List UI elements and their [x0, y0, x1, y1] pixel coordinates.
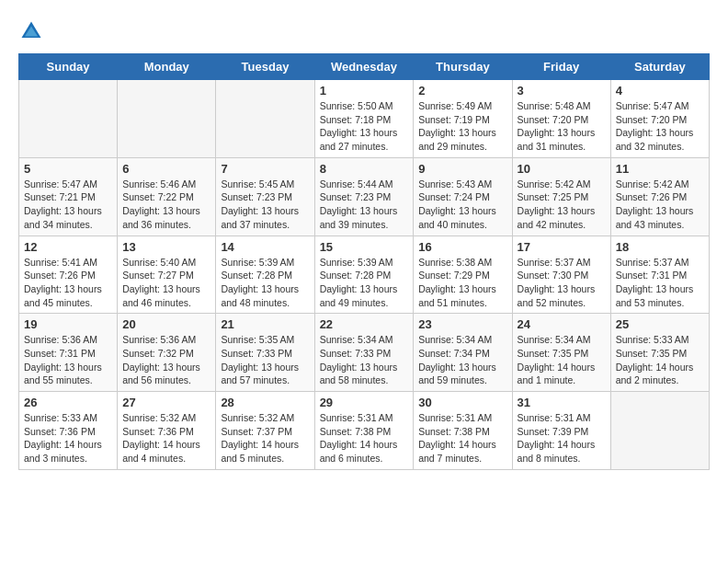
- day-number: 28: [221, 396, 309, 409]
- calendar-cell: [610, 392, 709, 470]
- calendar-cell: 3Sunrise: 5:48 AM Sunset: 7:20 PM Daylig…: [512, 80, 610, 158]
- day-info: Sunrise: 5:43 AM Sunset: 7:24 PM Dayligh…: [418, 178, 506, 232]
- calendar-cell: 28Sunrise: 5:32 AM Sunset: 7:37 PM Dayli…: [216, 392, 314, 470]
- day-info: Sunrise: 5:34 AM Sunset: 7:33 PM Dayligh…: [320, 333, 409, 387]
- day-number: 30: [418, 396, 506, 409]
- logo-icon: [18, 18, 44, 44]
- calendar-cell: 31Sunrise: 5:31 AM Sunset: 7:39 PM Dayli…: [512, 392, 610, 470]
- calendar-cell: 27Sunrise: 5:32 AM Sunset: 7:36 PM Dayli…: [118, 392, 216, 470]
- day-number: 15: [320, 240, 409, 254]
- day-info: Sunrise: 5:37 AM Sunset: 7:30 PM Dayligh…: [518, 256, 606, 310]
- day-number: 1: [320, 84, 409, 98]
- day-number: 20: [122, 317, 210, 331]
- day-info: Sunrise: 5:36 AM Sunset: 7:32 PM Dayligh…: [122, 333, 210, 387]
- day-number: 2: [418, 84, 506, 98]
- day-info: Sunrise: 5:32 AM Sunset: 7:36 PM Dayligh…: [122, 411, 210, 465]
- calendar-cell: 20Sunrise: 5:36 AM Sunset: 7:32 PM Dayli…: [118, 314, 216, 392]
- day-info: Sunrise: 5:48 AM Sunset: 7:20 PM Dayligh…: [518, 99, 606, 154]
- day-number: 16: [418, 240, 506, 254]
- calendar-cell: 21Sunrise: 5:35 AM Sunset: 7:33 PM Dayli…: [216, 314, 314, 392]
- calendar-cell: 5Sunrise: 5:47 AM Sunset: 7:21 PM Daylig…: [19, 157, 118, 236]
- calendar-cell: 6Sunrise: 5:46 AM Sunset: 7:22 PM Daylig…: [118, 157, 216, 236]
- day-number: 10: [518, 162, 606, 176]
- calendar-cell: [216, 80, 314, 158]
- calendar-cell: 17Sunrise: 5:37 AM Sunset: 7:30 PM Dayli…: [512, 236, 610, 314]
- calendar-cell: 18Sunrise: 5:37 AM Sunset: 7:31 PM Dayli…: [610, 236, 709, 314]
- day-number: 14: [221, 240, 309, 254]
- day-number: 29: [320, 396, 409, 409]
- day-info: Sunrise: 5:42 AM Sunset: 7:25 PM Dayligh…: [518, 178, 606, 232]
- calendar-table: SundayMondayTuesdayWednesdayThursdayFrid…: [18, 53, 710, 470]
- page-header: [18, 18, 710, 44]
- day-number: 9: [418, 162, 506, 176]
- calendar-cell: 13Sunrise: 5:40 AM Sunset: 7:27 PM Dayli…: [118, 236, 216, 314]
- calendar-cell: 15Sunrise: 5:39 AM Sunset: 7:28 PM Dayli…: [314, 236, 414, 314]
- weekday-header-wednesday: Wednesday: [314, 54, 414, 80]
- day-info: Sunrise: 5:33 AM Sunset: 7:35 PM Dayligh…: [616, 333, 704, 387]
- day-number: 8: [320, 162, 409, 176]
- calendar-cell: 8Sunrise: 5:44 AM Sunset: 7:23 PM Daylig…: [314, 157, 414, 236]
- day-number: 22: [320, 317, 409, 331]
- day-info: Sunrise: 5:47 AM Sunset: 7:20 PM Dayligh…: [616, 99, 704, 154]
- day-info: Sunrise: 5:45 AM Sunset: 7:23 PM Dayligh…: [221, 178, 309, 232]
- calendar-cell: 1Sunrise: 5:50 AM Sunset: 7:18 PM Daylig…: [314, 80, 414, 158]
- calendar-cell: 25Sunrise: 5:33 AM Sunset: 7:35 PM Dayli…: [610, 314, 709, 392]
- day-number: 18: [616, 240, 704, 254]
- day-number: 3: [518, 84, 606, 98]
- day-info: Sunrise: 5:35 AM Sunset: 7:33 PM Dayligh…: [221, 333, 309, 387]
- day-number: 23: [418, 317, 506, 331]
- calendar-cell: 4Sunrise: 5:47 AM Sunset: 7:20 PM Daylig…: [610, 80, 709, 158]
- day-number: 24: [518, 317, 606, 331]
- day-number: 13: [122, 240, 210, 254]
- day-info: Sunrise: 5:47 AM Sunset: 7:21 PM Dayligh…: [24, 178, 112, 232]
- day-info: Sunrise: 5:31 AM Sunset: 7:38 PM Dayligh…: [418, 411, 506, 465]
- day-number: 26: [24, 396, 112, 409]
- day-info: Sunrise: 5:31 AM Sunset: 7:38 PM Dayligh…: [320, 411, 409, 465]
- calendar-cell: 24Sunrise: 5:34 AM Sunset: 7:35 PM Dayli…: [512, 314, 610, 392]
- calendar-cell: 12Sunrise: 5:41 AM Sunset: 7:26 PM Dayli…: [19, 236, 118, 314]
- weekday-header-row: SundayMondayTuesdayWednesdayThursdayFrid…: [19, 54, 710, 80]
- day-info: Sunrise: 5:40 AM Sunset: 7:27 PM Dayligh…: [122, 256, 210, 310]
- day-number: 19: [24, 317, 112, 331]
- calendar-cell: 7Sunrise: 5:45 AM Sunset: 7:23 PM Daylig…: [216, 157, 314, 236]
- day-info: Sunrise: 5:32 AM Sunset: 7:37 PM Dayligh…: [221, 411, 309, 465]
- day-number: 27: [122, 396, 210, 409]
- weekday-header-monday: Monday: [118, 54, 216, 80]
- day-number: 21: [221, 317, 309, 331]
- day-info: Sunrise: 5:49 AM Sunset: 7:19 PM Dayligh…: [418, 99, 506, 154]
- calendar-cell: [118, 80, 216, 158]
- day-info: Sunrise: 5:44 AM Sunset: 7:23 PM Dayligh…: [320, 178, 409, 232]
- day-number: 12: [24, 240, 112, 254]
- calendar-cell: 23Sunrise: 5:34 AM Sunset: 7:34 PM Dayli…: [414, 314, 512, 392]
- day-info: Sunrise: 5:50 AM Sunset: 7:18 PM Dayligh…: [320, 99, 409, 154]
- day-number: 31: [518, 396, 606, 409]
- calendar-week-row: 12Sunrise: 5:41 AM Sunset: 7:26 PM Dayli…: [19, 236, 710, 314]
- calendar-cell: 22Sunrise: 5:34 AM Sunset: 7:33 PM Dayli…: [314, 314, 414, 392]
- calendar-cell: 9Sunrise: 5:43 AM Sunset: 7:24 PM Daylig…: [414, 157, 512, 236]
- day-info: Sunrise: 5:41 AM Sunset: 7:26 PM Dayligh…: [24, 256, 112, 310]
- calendar-cell: 10Sunrise: 5:42 AM Sunset: 7:25 PM Dayli…: [512, 157, 610, 236]
- day-info: Sunrise: 5:34 AM Sunset: 7:34 PM Dayligh…: [418, 333, 506, 387]
- calendar-week-row: 19Sunrise: 5:36 AM Sunset: 7:31 PM Dayli…: [19, 314, 710, 392]
- day-info: Sunrise: 5:42 AM Sunset: 7:26 PM Dayligh…: [616, 178, 704, 232]
- calendar-cell: 30Sunrise: 5:31 AM Sunset: 7:38 PM Dayli…: [414, 392, 512, 470]
- day-info: Sunrise: 5:38 AM Sunset: 7:29 PM Dayligh…: [418, 256, 506, 310]
- calendar-cell: 29Sunrise: 5:31 AM Sunset: 7:38 PM Dayli…: [314, 392, 414, 470]
- calendar-week-row: 5Sunrise: 5:47 AM Sunset: 7:21 PM Daylig…: [19, 157, 710, 236]
- calendar-week-row: 26Sunrise: 5:33 AM Sunset: 7:36 PM Dayli…: [19, 392, 710, 470]
- calendar-cell: [19, 80, 118, 158]
- day-info: Sunrise: 5:39 AM Sunset: 7:28 PM Dayligh…: [221, 256, 309, 310]
- weekday-header-tuesday: Tuesday: [216, 54, 314, 80]
- calendar-cell: 11Sunrise: 5:42 AM Sunset: 7:26 PM Dayli…: [610, 157, 709, 236]
- calendar-week-row: 1Sunrise: 5:50 AM Sunset: 7:18 PM Daylig…: [19, 80, 710, 158]
- day-info: Sunrise: 5:39 AM Sunset: 7:28 PM Dayligh…: [320, 256, 409, 310]
- weekday-header-sunday: Sunday: [19, 54, 118, 80]
- logo: [18, 18, 48, 44]
- weekday-header-friday: Friday: [512, 54, 610, 80]
- day-number: 11: [616, 162, 704, 176]
- calendar-cell: 19Sunrise: 5:36 AM Sunset: 7:31 PM Dayli…: [19, 314, 118, 392]
- day-number: 17: [518, 240, 606, 254]
- day-info: Sunrise: 5:31 AM Sunset: 7:39 PM Dayligh…: [518, 411, 606, 465]
- day-number: 5: [24, 162, 112, 176]
- day-info: Sunrise: 5:34 AM Sunset: 7:35 PM Dayligh…: [518, 333, 606, 387]
